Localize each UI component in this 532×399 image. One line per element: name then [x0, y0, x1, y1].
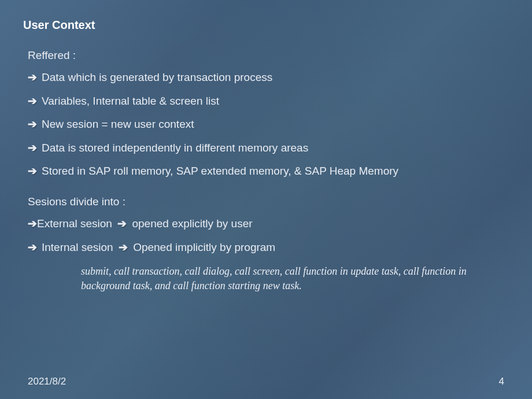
list-item: ➔ Variables, Internal table & screen lis… — [28, 94, 509, 109]
list-item: ➔ Stored in SAP roll memory, SAP extende… — [28, 164, 509, 179]
arrow-right-icon: ➔ — [117, 217, 127, 230]
footer-page-number: 4 — [499, 376, 504, 387]
bullet-text: Variables, Internal table & screen list — [42, 94, 219, 109]
section1-heading: Reffered : — [28, 49, 509, 62]
footer-date: 2021/8/2 — [28, 376, 66, 387]
section2-list: ➔ External sesion ➔ opened explicitly by… — [28, 216, 509, 255]
bullet-text: Internal sesion ➔ Opened implicitly by p… — [42, 240, 275, 256]
sub-item-desc: opened explicitly by user — [132, 217, 252, 230]
list-item: ➔ Internal sesion ➔ Opened implicitly by… — [28, 240, 509, 256]
sub-item-desc: Opened implicitly by program — [133, 241, 275, 253]
list-item: ➔ Data is stored independently in differ… — [28, 141, 509, 156]
note-text: submit, call transaction, call dialog, c… — [81, 264, 474, 293]
arrow-right-icon: ➔ — [28, 94, 37, 109]
sub-item-label: Internal sesion — [42, 241, 113, 253]
arrow-right-icon: ➔ — [28, 164, 37, 179]
list-item: ➔ New sesion = new user context — [28, 117, 509, 132]
section1-list: ➔ Data which is generated by transaction… — [28, 70, 509, 179]
bullet-text: Stored in SAP roll memory, SAP extended … — [42, 164, 398, 179]
bullet-text: New sesion = new user context — [42, 117, 194, 132]
slide-title: User Context — [23, 19, 509, 32]
arrow-right-icon: ➔ — [28, 216, 37, 232]
bullet-text: External sesion ➔ opened explicitly by u… — [37, 216, 253, 232]
list-item: ➔ External sesion ➔ opened explicitly by… — [28, 216, 509, 232]
bullet-text: Data is stored independently in differen… — [42, 141, 308, 156]
sub-item-label: External sesion — [37, 217, 112, 230]
footer: 2021/8/2 4 — [0, 376, 532, 387]
arrow-right-icon: ➔ — [28, 70, 37, 86]
list-item: ➔ Data which is generated by transaction… — [28, 70, 509, 86]
arrow-right-icon: ➔ — [28, 117, 37, 132]
arrow-right-icon: ➔ — [28, 240, 37, 256]
slide: User Context Reffered : ➔ Data which is … — [0, 0, 532, 399]
arrow-right-icon: ➔ — [119, 241, 128, 253]
arrow-right-icon: ➔ — [28, 141, 37, 156]
section2-heading: Sesions divide into : — [28, 195, 509, 208]
bullet-text: Data which is generated by transaction p… — [42, 70, 272, 86]
